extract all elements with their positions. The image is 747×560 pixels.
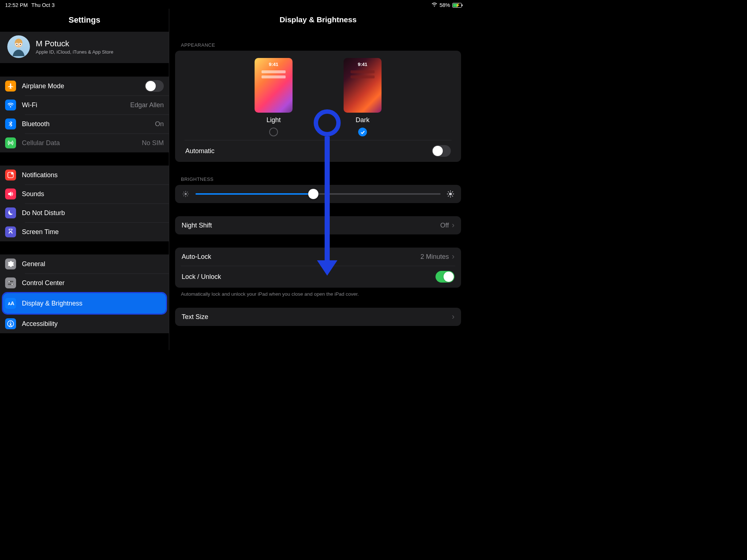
wifi-value: Edgar Allen bbox=[130, 101, 164, 109]
light-label: Light bbox=[266, 116, 280, 124]
autolock-row[interactable]: Auto-Lock 2 Minutes› bbox=[175, 248, 461, 266]
textsize-row[interactable]: Text Size › bbox=[175, 308, 461, 326]
airplane-icon bbox=[5, 81, 16, 92]
textsize-label: Text Size bbox=[182, 313, 208, 321]
automatic-row[interactable]: Automatic bbox=[179, 140, 457, 162]
sidebar-item-display[interactable]: AA Display & Brightness bbox=[3, 293, 166, 314]
chevron-right-icon: › bbox=[452, 221, 454, 229]
automatic-label: Automatic bbox=[185, 147, 214, 155]
svg-line-32 bbox=[452, 191, 453, 192]
dark-label: Dark bbox=[356, 116, 369, 124]
theme-dark[interactable]: 9:41 Dark bbox=[344, 58, 382, 136]
svg-point-6 bbox=[11, 172, 13, 175]
settings-sidebar: Settings M Potuck Apple ID, iCloud, iTun… bbox=[0, 9, 169, 350]
wifi-row-icon bbox=[5, 100, 16, 110]
svg-point-15 bbox=[185, 193, 187, 195]
cellular-icon bbox=[5, 137, 16, 148]
airplane-toggle[interactable] bbox=[145, 80, 164, 92]
avatar bbox=[7, 35, 30, 58]
battery-percent: 58% bbox=[440, 2, 450, 8]
svg-point-4 bbox=[20, 44, 21, 45]
brightness-slider[interactable] bbox=[196, 193, 441, 195]
status-date: Thu Oct 3 bbox=[31, 2, 55, 8]
wifi-label: Wi-Fi bbox=[22, 101, 130, 109]
nightshift-row[interactable]: Night Shift Off› bbox=[175, 216, 461, 234]
gear-icon bbox=[5, 258, 16, 269]
sidebar-item-cellular[interactable]: Cellular Data No SIM bbox=[0, 133, 169, 152]
thumb-clock: 9:41 bbox=[344, 62, 382, 67]
svg-line-22 bbox=[183, 195, 184, 196]
dark-thumbnail: 9:41 bbox=[344, 58, 382, 113]
svg-line-21 bbox=[187, 195, 188, 196]
status-time: 12:52 PM bbox=[5, 2, 28, 8]
bluetooth-value: On bbox=[155, 120, 164, 128]
notifications-label: Notifications bbox=[22, 171, 164, 179]
svg-line-29 bbox=[448, 191, 449, 192]
svg-line-23 bbox=[187, 192, 188, 192]
svg-point-24 bbox=[449, 192, 452, 195]
sounds-label: Sounds bbox=[22, 190, 164, 198]
profile-sub: Apple ID, iCloud, iTunes & App Store bbox=[36, 49, 113, 55]
sidebar-title: Settings bbox=[0, 9, 169, 31]
theme-light[interactable]: 9:41 Light bbox=[255, 58, 293, 136]
sidebar-item-wifi[interactable]: Wi-Fi Edgar Allen bbox=[0, 96, 169, 114]
profile-row[interactable]: M Potuck Apple ID, iCloud, iTunes & App … bbox=[0, 31, 169, 63]
brightness-header: BRIGHTNESS bbox=[181, 176, 461, 182]
notifications-icon bbox=[5, 170, 16, 180]
sidebar-item-sounds[interactable]: Sounds bbox=[0, 184, 169, 203]
accessibility-icon bbox=[5, 318, 16, 329]
display-label: Display & Brightness bbox=[22, 300, 161, 307]
automatic-toggle[interactable] bbox=[432, 145, 451, 157]
chevron-right-icon: › bbox=[452, 253, 454, 261]
dark-radio[interactable] bbox=[358, 128, 367, 136]
chevron-right-icon: › bbox=[452, 313, 454, 321]
nightshift-card: Night Shift Off› bbox=[175, 216, 461, 234]
lockunlock-row[interactable]: Lock / Unlock bbox=[175, 266, 461, 288]
svg-point-3 bbox=[16, 44, 18, 45]
sidebar-item-bluetooth[interactable]: Bluetooth On bbox=[0, 114, 169, 133]
sidebar-item-notifications[interactable]: Notifications bbox=[0, 166, 169, 184]
cellular-label: Cellular Data bbox=[22, 139, 142, 147]
cellular-value: No SIM bbox=[142, 139, 164, 147]
appearance-card: 9:41 Light 9:41 Dark Automatic bbox=[175, 51, 461, 162]
accessibility-label: Accessibility bbox=[22, 320, 164, 328]
brightness-card bbox=[175, 185, 461, 203]
detail-pane: Display & Brightness APPEARANCE 9:41 Lig… bbox=[169, 9, 467, 350]
sidebar-item-dnd[interactable]: Do Not Disturb bbox=[0, 203, 169, 222]
text-size-icon: AA bbox=[5, 298, 16, 309]
autolock-value: 2 Minutes bbox=[421, 253, 449, 261]
sun-large-icon bbox=[446, 190, 454, 198]
lockunlock-label: Lock / Unlock bbox=[182, 273, 221, 281]
svg-point-8 bbox=[8, 281, 9, 282]
textsize-card: Text Size › bbox=[175, 308, 461, 326]
bluetooth-icon bbox=[5, 118, 16, 129]
svg-text:A: A bbox=[11, 300, 14, 306]
svg-line-31 bbox=[448, 196, 449, 197]
appearance-header: APPEARANCE bbox=[181, 42, 461, 48]
lockunlock-note: Automatically lock and unlock your iPad … bbox=[175, 288, 461, 297]
light-radio[interactable] bbox=[269, 128, 278, 136]
nightshift-value: Off bbox=[440, 222, 449, 229]
general-label: General bbox=[22, 260, 164, 268]
moon-icon bbox=[5, 207, 16, 218]
sidebar-item-screentime[interactable]: Screen Time bbox=[0, 222, 169, 241]
controlcenter-label: Control Center bbox=[22, 279, 164, 287]
svg-line-20 bbox=[183, 192, 184, 192]
switches-icon bbox=[5, 277, 16, 288]
sun-small-icon bbox=[182, 190, 190, 198]
lockunlock-toggle[interactable] bbox=[436, 271, 454, 283]
sidebar-item-controlcenter[interactable]: Control Center bbox=[0, 273, 169, 292]
svg-line-30 bbox=[452, 196, 453, 197]
hourglass-icon bbox=[5, 226, 16, 237]
sidebar-item-general[interactable]: General bbox=[0, 254, 169, 273]
profile-name: M Potuck bbox=[36, 39, 113, 48]
wifi-icon bbox=[431, 2, 437, 8]
light-thumbnail: 9:41 bbox=[255, 58, 293, 113]
sidebar-item-accessibility[interactable]: Accessibility bbox=[0, 314, 169, 333]
airplane-label: Airplane Mode bbox=[22, 82, 145, 90]
sidebar-item-airplane[interactable]: Airplane Mode bbox=[0, 77, 169, 96]
autolock-label: Auto-Lock bbox=[182, 253, 211, 261]
battery-icon: ⚡ bbox=[452, 3, 462, 8]
thumb-clock: 9:41 bbox=[255, 62, 293, 67]
status-bar: 12:52 PM Thu Oct 3 58% ⚡ bbox=[0, 0, 467, 9]
